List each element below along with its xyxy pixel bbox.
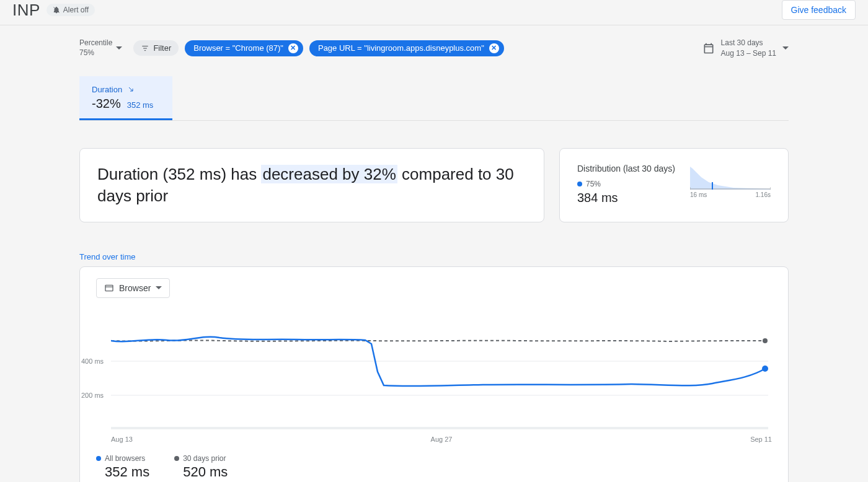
x-tick-start: Aug 13	[111, 436, 133, 443]
filter-chip-label: Browser = "Chrome (87)"	[193, 43, 283, 53]
summary-card: Duration (352 ms) has decreased by 32% c…	[79, 148, 544, 222]
percentile-label: Percentile	[79, 38, 112, 48]
x-tick-mid: Aug 27	[431, 436, 453, 443]
filter-label: Filter	[153, 43, 171, 53]
alert-off-label: Alert off	[63, 6, 89, 14]
tab-name: Duration	[92, 85, 122, 94]
distribution-card: Distribution (last 30 days) 75% 384 ms 1…	[559, 148, 789, 222]
page-title: INP	[12, 1, 40, 20]
y-tick-400: 400 ms	[81, 357, 104, 365]
date-range-label: Last 30 days	[721, 38, 776, 48]
bell-off-icon	[53, 6, 60, 14]
svg-point-14	[762, 366, 768, 372]
close-icon[interactable]: ✕	[489, 43, 499, 53]
summary-pre: Duration (352 ms) has	[97, 165, 261, 183]
chevron-down-icon	[116, 46, 122, 50]
filter-chip-label: Page URL = "livingroom.apps.disneyplus.c…	[318, 43, 484, 53]
tab-value: 352 ms	[127, 100, 154, 110]
x-tick-end: Sep 11	[750, 436, 772, 443]
legend-name: All browsers	[105, 454, 145, 463]
distribution-title: Distribution (last 30 days)	[577, 164, 675, 173]
browser-dropdown[interactable]: Browser	[96, 278, 170, 298]
trend-chart: 400 ms 200 ms Aug 13 Aug 27 Sep 11	[111, 313, 772, 443]
distribution-axis-min: 16 ms	[690, 191, 707, 198]
percentile-value: 75%	[79, 48, 112, 58]
distribution-percentile: 75%	[586, 180, 601, 188]
percentile-selector[interactable]: Percentile 75%	[79, 38, 122, 58]
legend-all-browsers: All browsers 352 ms	[96, 454, 149, 480]
svg-point-13	[763, 338, 768, 343]
close-icon[interactable]: ✕	[288, 43, 298, 53]
legend-value: 352 ms	[105, 464, 149, 480]
tab-duration[interactable]: Duration -32% 352 ms	[79, 76, 172, 120]
tab-delta: -32%	[92, 97, 121, 111]
legend-value: 520 ms	[183, 464, 228, 480]
filter-chip-browser[interactable]: Browser = "Chrome (87)" ✕	[185, 40, 303, 56]
trend-card: Browser 400 ms 200 ms Aug 13 Aug 2	[79, 266, 789, 482]
filter-button[interactable]: Filter	[133, 40, 179, 56]
summary-highlight: decreased by 32%	[261, 165, 397, 183]
svg-line-3	[129, 87, 133, 91]
filter-icon	[141, 44, 149, 53]
legend-name: 30 days prior	[183, 454, 226, 463]
distribution-value: 384 ms	[577, 191, 675, 205]
distribution-axis-max: 1.16s	[756, 191, 771, 198]
chevron-down-icon	[782, 46, 789, 50]
browser-dropdown-label: Browser	[119, 283, 151, 293]
give-feedback-button[interactable]: Give feedback	[782, 0, 856, 20]
trend-section-label: Trend over time	[79, 252, 789, 261]
date-range-selector[interactable]: Last 30 days Aug 13 – Sep 11	[702, 38, 789, 59]
date-range-value: Aug 13 – Sep 11	[721, 48, 776, 59]
distribution-chart: 16 ms 1.16s	[690, 164, 771, 198]
arrow-down-right-icon	[127, 85, 135, 93]
svg-rect-8	[105, 285, 113, 291]
calendar-icon	[702, 42, 715, 55]
dot-icon	[577, 182, 582, 186]
alert-off-chip[interactable]: Alert off	[46, 4, 95, 16]
chevron-down-icon	[156, 286, 162, 289]
y-tick-200: 200 ms	[81, 392, 104, 399]
summary-text: Duration (352 ms) has decreased by 32% c…	[97, 164, 526, 207]
legend-prior: 30 days prior 520 ms	[174, 454, 228, 480]
filter-chip-url[interactable]: Page URL = "livingroom.apps.disneyplus.c…	[309, 40, 504, 56]
svg-rect-12	[111, 427, 768, 429]
dot-icon	[174, 456, 179, 461]
dot-icon	[96, 456, 101, 461]
web-asset-icon	[104, 283, 114, 293]
